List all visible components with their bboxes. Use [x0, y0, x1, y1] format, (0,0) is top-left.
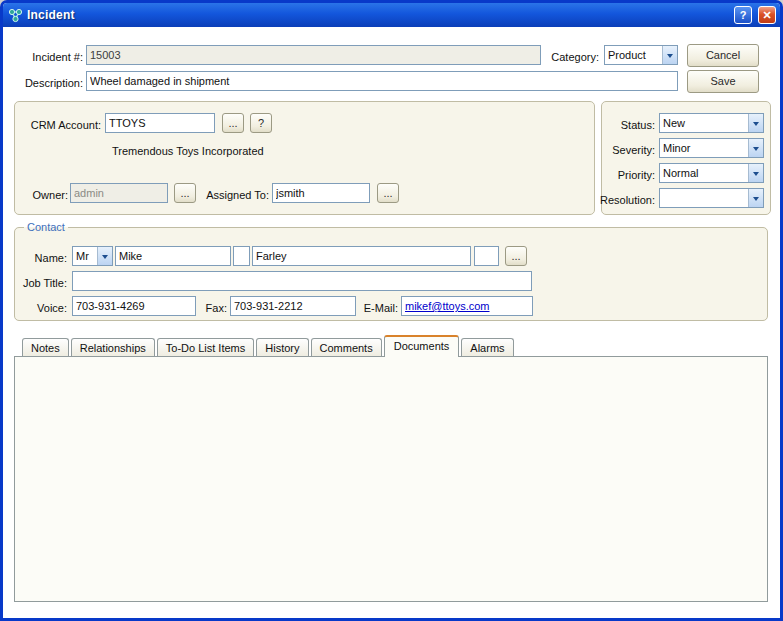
crm-account-field[interactable]: [105, 113, 215, 133]
assigned-to-label: Assigned To:: [199, 185, 269, 205]
tab-history[interactable]: History: [256, 338, 308, 356]
tab-strip: Notes Relationships To-Do List Items His…: [22, 334, 516, 357]
documents-panel: [14, 356, 768, 602]
chevron-down-icon[interactable]: [97, 247, 112, 265]
titlebar-help-button[interactable]: ?: [734, 6, 752, 24]
salutation-dropdown[interactable]: Mr: [72, 246, 113, 266]
crm-account-label: CRM Account:: [17, 115, 101, 135]
close-button[interactable]: ✕: [758, 6, 776, 24]
contact-browse-button[interactable]: ...: [505, 246, 527, 266]
incident-window: Incident ? ✕ Contact Incident #: Categor…: [0, 0, 783, 621]
titlebar: Incident ? ✕: [3, 3, 780, 27]
job-title-label: Job Title:: [13, 273, 67, 293]
account-name-text: Tremendous Toys Incorporated: [112, 144, 264, 158]
last-name-field[interactable]: [252, 246, 471, 266]
email-label: E-Mail:: [354, 298, 398, 318]
suffix-field[interactable]: [474, 246, 499, 266]
crm-browse-button[interactable]: ...: [222, 113, 244, 133]
category-value: Product: [605, 46, 662, 64]
resolution-label: Resolution:: [597, 190, 655, 210]
job-title-field[interactable]: [72, 271, 532, 291]
category-dropdown[interactable]: Product: [604, 45, 678, 65]
resolution-dropdown[interactable]: [659, 188, 764, 208]
fax-field[interactable]: [230, 296, 356, 316]
fax-label: Fax:: [197, 298, 227, 318]
category-label: Category:: [539, 47, 599, 67]
voice-field[interactable]: [72, 296, 196, 316]
incident-number-field[interactable]: [86, 45, 541, 65]
save-button[interactable]: Save: [687, 70, 759, 93]
chevron-down-icon[interactable]: [748, 114, 763, 132]
severity-dropdown[interactable]: Minor: [659, 138, 764, 158]
description-field[interactable]: [86, 71, 678, 91]
tab-alarms[interactable]: Alarms: [461, 338, 513, 356]
chevron-down-icon[interactable]: [748, 139, 763, 157]
tab-notes[interactable]: Notes: [22, 338, 69, 356]
priority-label: Priority:: [597, 165, 655, 185]
tab-comments[interactable]: Comments: [311, 338, 382, 356]
tab-todo-list-items[interactable]: To-Do List Items: [157, 338, 254, 356]
cancel-button[interactable]: Cancel: [687, 44, 759, 67]
severity-value: Minor: [660, 139, 748, 157]
email-link[interactable]: mikef@ttoys.com: [405, 300, 490, 312]
middle-initial-field[interactable]: [233, 246, 250, 266]
assigned-to-browse-button[interactable]: ...: [377, 183, 399, 203]
severity-label: Severity:: [597, 140, 655, 160]
chevron-down-icon[interactable]: [662, 46, 677, 64]
app-icon: [7, 7, 23, 23]
status-value: New: [660, 114, 748, 132]
chevron-down-icon[interactable]: [748, 164, 763, 182]
owner-field[interactable]: [70, 183, 168, 203]
salutation-value: Mr: [73, 247, 97, 265]
tab-relationships[interactable]: Relationships: [71, 338, 155, 356]
status-label: Status:: [597, 115, 655, 135]
description-label: Description:: [11, 73, 83, 93]
dialog-content: Contact Incident #: Category: Product Ca…: [3, 27, 780, 618]
contact-group-legend: Contact: [24, 221, 68, 233]
email-field[interactable]: mikef@ttoys.com: [401, 296, 533, 316]
resolution-value: [660, 189, 748, 207]
tab-documents[interactable]: Documents: [384, 335, 460, 357]
assigned-to-field[interactable]: [272, 183, 370, 203]
status-dropdown[interactable]: New: [659, 113, 764, 133]
window-title: Incident: [27, 8, 728, 22]
owner-browse-button[interactable]: ...: [174, 183, 196, 203]
incident-number-label: Incident #:: [11, 47, 83, 67]
contact-name-label: Name:: [21, 248, 67, 268]
crm-lookup-button[interactable]: ?: [250, 113, 272, 133]
voice-label: Voice:: [21, 298, 67, 318]
owner-label: Owner:: [26, 185, 68, 205]
priority-value: Normal: [660, 164, 748, 182]
priority-dropdown[interactable]: Normal: [659, 163, 764, 183]
chevron-down-icon[interactable]: [748, 189, 763, 207]
first-name-field[interactable]: [115, 246, 231, 266]
